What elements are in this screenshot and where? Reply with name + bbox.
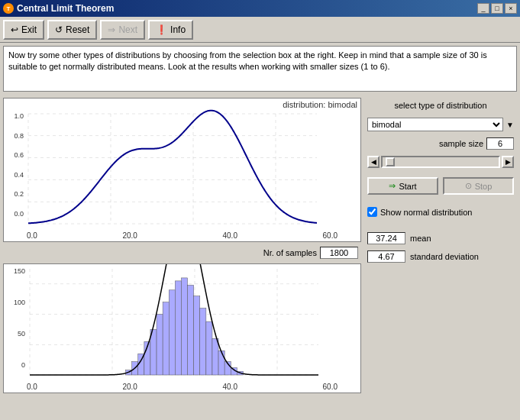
info-text: Now try some other types of distribution… xyxy=(8,50,487,71)
main-content: distribution: bimodal 1.0 0.8 0.6 0.4 0.… xyxy=(0,95,520,396)
sample-size-row: sample size xyxy=(367,137,514,150)
slider-row: ◀ ▶ xyxy=(367,156,514,168)
stop-label: Stop xyxy=(475,182,493,191)
info-box: Now try some other types of distribution… xyxy=(3,46,517,92)
info-label: Info xyxy=(170,24,186,35)
left-panel: distribution: bimodal 1.0 0.8 0.6 0.4 0.… xyxy=(3,98,361,393)
top-chart-xlabel: 0.0 20.0 40.0 60.0 xyxy=(4,231,360,241)
app-icon: T xyxy=(3,3,14,14)
distribution-select[interactable]: bimodal uniform normal exponential xyxy=(367,118,503,131)
bottom-chart-container: 150 100 50 0 0.0 20.0 40.0 60.0 xyxy=(3,263,361,393)
toolbar: ↩ Exit ↺ Reset ⇒ Next ❗ Info xyxy=(0,17,520,43)
minimize-button[interactable]: _ xyxy=(477,3,489,14)
right-panel: select type of distribution bimodal unif… xyxy=(364,98,517,393)
slider-track[interactable] xyxy=(381,156,500,168)
nr-samples-row: Nr. of samples xyxy=(3,245,361,260)
stddev-input[interactable] xyxy=(367,250,405,263)
distribution-title: select type of distribution xyxy=(367,101,514,110)
bot-y-0: 0 xyxy=(7,361,25,369)
sample-size-label: sample size xyxy=(439,139,483,148)
distribution-dropdown-row: bimodal uniform normal exponential ▼ xyxy=(367,118,514,131)
reset-button[interactable]: ↺ Reset xyxy=(47,20,97,40)
stop-button[interactable]: ⊙ Stop xyxy=(443,177,514,195)
stop-icon: ⊙ xyxy=(465,181,472,191)
start-stop-row: ⇒ Start ⊙ Stop xyxy=(367,177,514,195)
mean-input[interactable] xyxy=(367,232,405,244)
show-normal-row: Show normal distribution xyxy=(367,207,514,217)
stddev-row: standard deviation xyxy=(367,250,514,263)
info-button[interactable]: ❗ Info xyxy=(148,20,193,40)
top-chart-title: distribution: bimodal xyxy=(4,99,360,109)
sample-size-input[interactable] xyxy=(486,137,514,150)
maximize-button[interactable]: □ xyxy=(491,3,503,14)
slider-thumb[interactable] xyxy=(386,157,395,166)
top-chart-canvas xyxy=(25,109,323,231)
exit-icon: ↩ xyxy=(11,24,18,35)
top-y-0.2: 0.2 xyxy=(5,190,24,198)
next-label: Next xyxy=(118,24,137,35)
slider-right-button[interactable]: ▶ xyxy=(502,156,514,168)
mean-row: mean xyxy=(367,232,514,244)
reset-label: Reset xyxy=(66,24,89,35)
title-bar-controls[interactable]: _ □ × xyxy=(477,3,517,14)
info-icon: ❗ xyxy=(156,24,167,35)
start-icon: ⇒ xyxy=(389,181,396,191)
nr-samples-input[interactable] xyxy=(320,247,358,259)
title-bar-left: T Central Limit Theorem xyxy=(3,3,114,14)
dropdown-arrow-icon: ▼ xyxy=(506,121,514,129)
show-normal-checkbox[interactable] xyxy=(367,207,377,217)
bot-y-150: 150 xyxy=(7,267,25,275)
start-button[interactable]: ⇒ Start xyxy=(367,177,438,195)
nr-samples-label: Nr. of samples xyxy=(263,248,317,257)
start-label: Start xyxy=(399,182,416,191)
bottom-chart-canvas xyxy=(27,264,325,383)
next-button[interactable]: ⇒ Next xyxy=(100,20,145,40)
close-button[interactable]: × xyxy=(505,3,517,14)
bot-y-100: 100 xyxy=(7,299,25,306)
show-normal-section: Show normal distribution xyxy=(367,207,514,217)
show-normal-label: Show normal distribution xyxy=(380,208,472,217)
top-chart-container: distribution: bimodal 1.0 0.8 0.6 0.4 0.… xyxy=(3,98,361,242)
slider-left-button[interactable]: ◀ xyxy=(367,156,380,168)
bot-y-50: 50 xyxy=(7,330,25,338)
top-y-0.6: 0.6 xyxy=(5,151,24,159)
exit-button[interactable]: ↩ Exit xyxy=(3,20,44,40)
bottom-chart-xlabel: 0.0 20.0 40.0 60.0 xyxy=(4,383,360,393)
title-bar: T Central Limit Theorem _ □ × xyxy=(0,0,520,17)
top-y-0.4: 0.4 xyxy=(5,171,24,179)
top-y-0.0: 0.0 xyxy=(5,210,24,218)
reset-icon: ↺ xyxy=(55,24,63,35)
top-y-1.0: 1.0 xyxy=(5,112,24,120)
window-title: Central Limit Theorem xyxy=(17,3,114,14)
top-y-0.8: 0.8 xyxy=(5,132,24,140)
mean-label: mean xyxy=(410,234,431,243)
next-icon: ⇒ xyxy=(108,24,115,35)
stats-section: mean standard deviation xyxy=(367,229,514,263)
exit-label: Exit xyxy=(21,24,37,35)
stddev-label: standard deviation xyxy=(410,252,479,261)
